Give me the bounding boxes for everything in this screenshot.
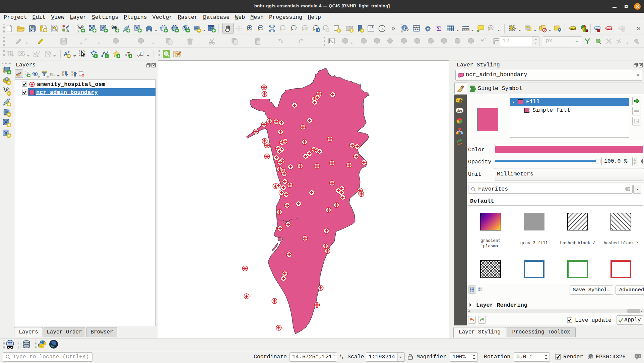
svg-text:9: 9 (111, 25, 114, 30)
svg-text:abc: abc (571, 27, 576, 30)
svg-text:Σ: Σ (436, 24, 441, 33)
svg-text:abc: abc (457, 109, 462, 112)
svg-text:a: a (66, 28, 69, 33)
svg-text:abc: abc (458, 99, 463, 102)
svg-text:T: T (139, 51, 142, 56)
svg-text:1:1: 1:1 (303, 27, 308, 29)
svg-text:abc: abc (607, 27, 612, 30)
svg-text:ε: ε (37, 53, 39, 58)
svg-text:ε: ε (50, 71, 52, 76)
svg-text:i: i (404, 25, 405, 31)
